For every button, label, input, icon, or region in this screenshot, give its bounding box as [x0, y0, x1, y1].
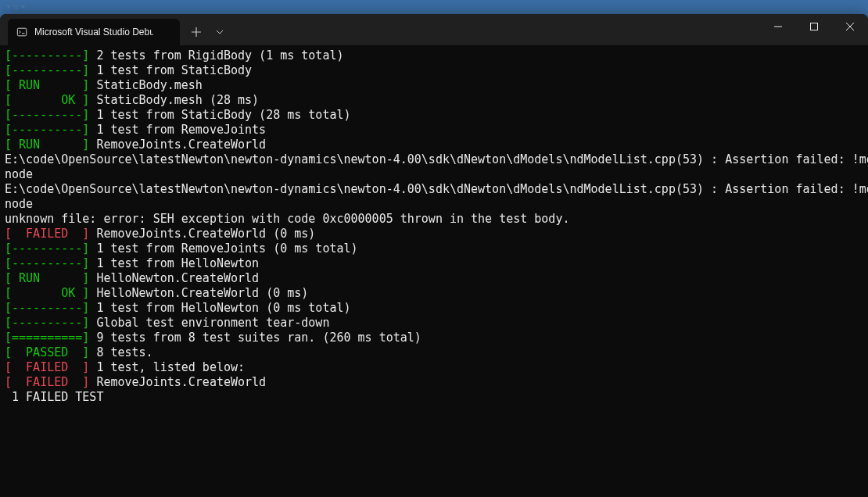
console-line: [ RUN ] HelloNewton.CreateWorld	[5, 271, 863, 286]
minimize-button[interactable]	[760, 14, 796, 39]
title-bar[interactable]: Microsoft Visual Studio Debug	[0, 14, 868, 45]
console-line: [----------] 1 test from HelloNewton	[5, 256, 863, 271]
svg-rect-0	[17, 28, 26, 36]
console-line: [----------] 1 test from StaticBody (28 …	[5, 108, 863, 123]
terminal-window: Microsoft Visual Studio Debug [---------…	[0, 14, 868, 497]
console-line: [----------] 1 test from StaticBody	[5, 63, 863, 78]
console-line: E:\code\OpenSource\latestNewton\newton-d…	[5, 152, 863, 167]
console-line: 1 FAILED TEST	[5, 390, 863, 405]
tab-dropdown-button[interactable]	[208, 19, 231, 45]
active-tab[interactable]: Microsoft Visual Studio Debug	[8, 19, 180, 45]
parent-close-icon[interactable]: ✕	[21, 2, 25, 10]
parent-pin2-icon: ◻	[13, 2, 17, 10]
console-line: [----------] 1 test from RemoveJoints	[5, 123, 863, 138]
console-line: [==========] 9 tests from 8 test suites …	[5, 331, 863, 345]
terminal-icon	[16, 26, 28, 38]
console-line: [ FAILED ] 1 test, listed below:	[5, 360, 863, 375]
console-line: [ OK ] HelloNewton.CreateWorld (0 ms)	[5, 286, 863, 301]
new-tab-button[interactable]	[185, 19, 208, 45]
close-window-button[interactable]	[832, 14, 868, 39]
close-tab-button[interactable]	[160, 26, 172, 38]
terminal-output[interactable]: [----------] 2 tests from RigidBody (1 m…	[0, 45, 868, 497]
console-line: [ PASSED ] 8 tests.	[5, 345, 863, 360]
maximize-button[interactable]	[796, 14, 832, 39]
console-line: [ RUN ] StaticBody.mesh	[5, 78, 863, 93]
console-line: node	[5, 197, 863, 212]
console-line: [ FAILED ] RemoveJoints.CreateWorld	[5, 375, 863, 390]
console-line: E:\code\OpenSource\latestNewton\newton-d…	[5, 182, 863, 197]
parent-pin-icon: ▾	[6, 2, 10, 10]
console-line: [----------] 1 test from HelloNewton (0 …	[5, 301, 863, 316]
window-controls	[760, 14, 868, 45]
console-line: [ FAILED ] RemoveJoints.CreateWorld (0 m…	[5, 227, 863, 241]
tab-title: Microsoft Visual Studio Debug	[34, 27, 153, 38]
console-line: [----------] Global test environment tea…	[5, 316, 863, 331]
console-line: unknown file: error: SEH exception with …	[5, 212, 863, 227]
console-line: [ RUN ] RemoveJoints.CreateWorld	[5, 138, 863, 152]
console-line: [----------] 2 tests from RigidBody (1 m…	[5, 48, 863, 63]
console-line: [ OK ] StaticBody.mesh (28 ms)	[5, 93, 863, 108]
parent-window-strip: ▾ ◻ ✕	[0, 0, 868, 14]
console-line: [----------] 1 test from RemoveJoints (0…	[5, 241, 863, 256]
console-line: node	[5, 167, 863, 182]
svg-rect-1	[811, 23, 818, 30]
parent-window-controls: ▾ ◻ ✕	[6, 2, 25, 10]
